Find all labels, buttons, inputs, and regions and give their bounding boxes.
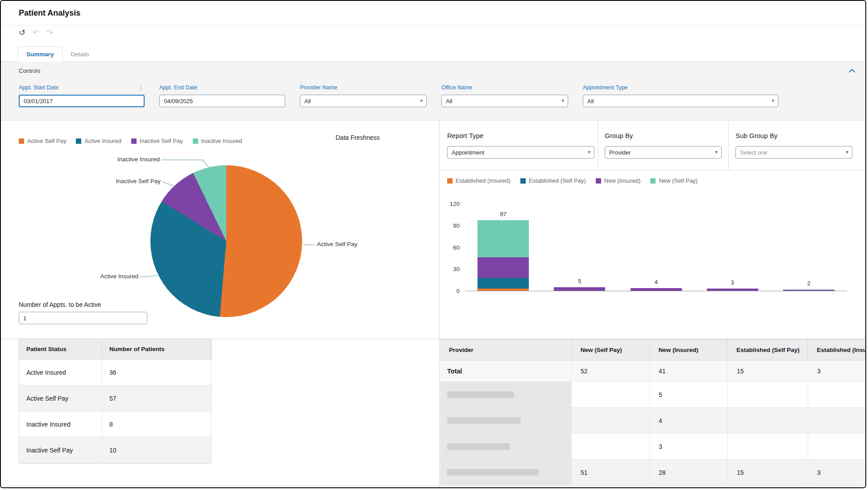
tab-details[interactable]: Details: [62, 46, 98, 62]
table-row[interactable]: Active Insured36: [19, 360, 211, 385]
bar-legend: Established (Insured)Established (Self P…: [447, 177, 698, 184]
legend-item[interactable]: New (Self Pay): [650, 177, 698, 184]
bar-segment: [478, 257, 529, 278]
left-panel: Active Self PayActive InsuredInactive Se…: [1, 121, 440, 487]
table-cell: 3: [808, 460, 866, 485]
pie-label-inactive-self-pay: Inactive Self Pay: [93, 178, 161, 184]
table-cell: 3: [650, 434, 728, 459]
collapse-controls-button[interactable]: [847, 68, 856, 75]
bar-value-label: 2: [783, 280, 835, 287]
filter-menu-icon[interactable]: ⋮: [137, 84, 145, 91]
table-row[interactable]: Inactive Insured8: [19, 411, 211, 437]
undo-icon[interactable]: ↶: [33, 28, 39, 38]
group-by-label: Group By: [605, 132, 633, 139]
bar-2[interactable]: [554, 287, 605, 291]
filter-provider-name: Provider Name All ▾: [300, 84, 427, 107]
pie-label-inactive-insured: Inactive Insured: [97, 156, 160, 163]
group-by-select[interactable]: Provider ▾: [605, 146, 722, 159]
chevron-down-icon: ▾: [715, 149, 718, 155]
filter-label: Appt. End Date: [159, 84, 197, 91]
divider: [598, 121, 598, 171]
legend-label: Active Insured: [84, 138, 121, 144]
legend-label: New (Insured): [604, 177, 641, 184]
legend-item[interactable]: Inactive Self Pay: [131, 138, 183, 144]
bar-segment: [554, 287, 605, 291]
total-row[interactable]: Total5241153: [440, 360, 866, 382]
chevron-down-icon: ▾: [772, 98, 774, 104]
provider-cell: Total: [440, 360, 572, 381]
legend-item[interactable]: Active Self Pay: [19, 138, 66, 144]
selected-value: All: [446, 98, 452, 105]
pie-label-active-insured: Active Insured: [90, 273, 138, 280]
patient-status-table: Patient StatusNumber of PatientsActive I…: [19, 339, 212, 464]
legend-label: Established (Insured): [456, 177, 511, 184]
bar-3[interactable]: [631, 288, 682, 291]
office-name-select[interactable]: All ▾: [441, 95, 568, 107]
table-row[interactable]: 5128153: [440, 460, 866, 486]
legend-label: New (Self Pay): [659, 177, 698, 184]
filter-label: Office Name: [441, 84, 472, 91]
filters-row: Appt. Start Date ⋮ Appt. End Date Provid…: [19, 84, 778, 107]
controls-title: Controls: [19, 67, 40, 74]
appt-start-date-input[interactable]: [19, 95, 145, 107]
pie-chart-wrap: [150, 165, 302, 317]
y-axis-tick-label: 90: [440, 222, 460, 230]
tab-summary[interactable]: Summary: [18, 46, 62, 62]
report-type-label: Report Type: [447, 132, 483, 139]
table-row[interactable]: 5: [440, 382, 866, 408]
right-panel: Report Type Appointment ▾ Group By Provi…: [440, 121, 865, 487]
appt-end-date-input[interactable]: [159, 95, 285, 107]
legend-label: Established (Self Pay): [529, 177, 586, 184]
selected-value: Provider: [609, 149, 631, 156]
selected-value: Appointment: [452, 149, 484, 156]
column-header: New (Insured): [650, 339, 728, 360]
table-cell: 15: [728, 360, 808, 381]
data-freshness-label: Data Freshness: [336, 134, 380, 141]
column-header: New (Self Pay): [572, 339, 650, 360]
chevron-down-icon: ▾: [420, 98, 423, 104]
header: Patient Analysis: [1, 1, 865, 25]
bar-5[interactable]: [783, 289, 835, 291]
table-cell: [728, 382, 808, 407]
num-appts-input[interactable]: [19, 312, 147, 324]
table-row[interactable]: 3: [440, 434, 866, 460]
table-row[interactable]: Active Self Pay57: [19, 385, 211, 411]
page-title: Patient Analysis: [19, 8, 80, 18]
report-type-select[interactable]: Appointment ▾: [447, 146, 594, 159]
chevron-down-icon: ▾: [588, 149, 590, 155]
redo-icon[interactable]: ↷: [46, 28, 53, 38]
table-row[interactable]: 4: [440, 408, 866, 434]
provider-table: ProviderNew (Self Pay)New (Insured)Estab…: [440, 339, 866, 486]
column-header: Number of Patients: [102, 339, 211, 359]
appointment-type-select[interactable]: All ▾: [583, 95, 778, 107]
selected-value: All: [304, 98, 311, 105]
legend-swatch-icon: [19, 138, 24, 144]
toolbar: ↺ ↶ ↷: [19, 28, 53, 38]
pie-chart[interactable]: [150, 165, 302, 317]
table-cell: [728, 434, 808, 459]
pie-label-active-self-pay: Active Self Pay: [317, 241, 357, 247]
legend-item[interactable]: Active Insured: [76, 138, 121, 144]
table-cell: 57: [102, 385, 211, 411]
legend-item[interactable]: Established (Self Pay): [520, 177, 586, 184]
bar-value-label: 4: [631, 279, 682, 285]
table-cell: 3: [808, 360, 866, 381]
chevron-down-icon: ▾: [846, 149, 848, 155]
bar-plot: 975432: [465, 204, 847, 291]
legend-item[interactable]: New (Insured): [596, 177, 641, 184]
redacted-provider-name: [447, 469, 539, 476]
bar-1[interactable]: [478, 220, 529, 291]
legend-item[interactable]: Established (Insured): [447, 177, 511, 184]
y-axis-tick-label: 120: [440, 200, 460, 208]
table-cell: 36: [102, 360, 211, 385]
bar-4[interactable]: [707, 289, 758, 291]
filter-label: Appointment Type: [583, 84, 628, 91]
provider-name-select[interactable]: All ▾: [300, 95, 427, 107]
table-row[interactable]: Inactive Self Pay10: [19, 437, 211, 463]
provider-cell: [440, 434, 572, 459]
bar-segment: [478, 220, 529, 257]
table-cell: 8: [102, 411, 211, 437]
reset-icon[interactable]: ↺: [19, 28, 25, 38]
sub-group-by-select[interactable]: Select one ▾: [735, 146, 852, 159]
legend-item[interactable]: Inactive Insured: [193, 138, 242, 144]
